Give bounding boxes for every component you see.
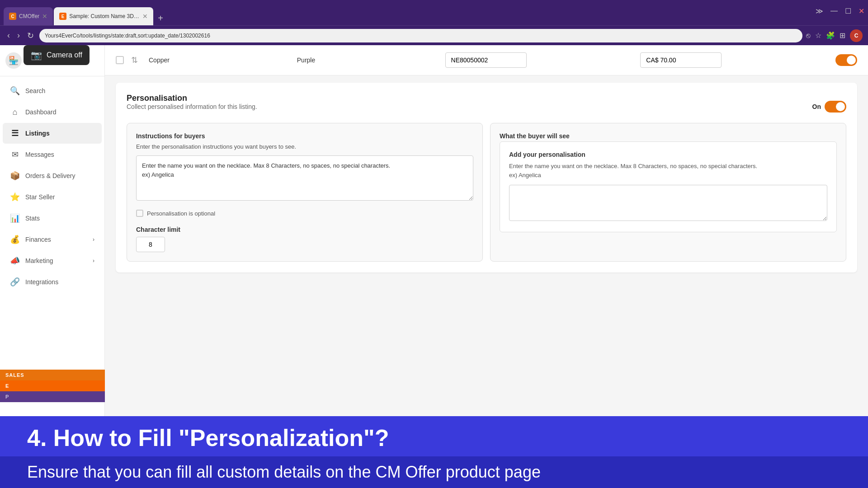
price-display: CA$ 70.00 [640,52,722,68]
maximize-button[interactable]: ☐ [845,7,851,15]
banner-bottom-text: Ensure that you can fill all custom deta… [27,463,841,482]
forward-button[interactable]: › [15,29,22,42]
material-value: Copper [149,56,170,64]
sidebar-item-label: Messages [25,151,54,158]
sales-bar: SALES [0,370,105,380]
camera-off-icon: 📷 [31,50,42,61]
personalisation-toggle-switch[interactable] [825,101,846,113]
banner-top-text: 4. How to Fill "Personalization"? [27,425,841,451]
char-limit-title: Character limit [136,226,473,233]
sidebar-item-dashboard[interactable]: ⌂ Dashboard [3,102,102,122]
sidebar-item-finances[interactable]: 💰 Finances › [3,229,102,250]
banner-bottom: Ensure that you can fill all custom deta… [0,456,868,488]
address-bar[interactable]: Yours4EverCo/tools/listings/state:draft,… [39,29,802,42]
overflow-button[interactable]: ≫ [816,7,823,15]
marketing-icon: 📣 [10,256,20,266]
preview-column-title: What the buyer will see [500,132,837,140]
back-button[interactable]: ‹ [5,29,12,42]
optional-checkbox-label: Personalisation is optional [147,210,215,217]
sidebar-item-listings[interactable]: ☰ Listings [3,123,102,144]
sidebar-bottom-bars: SALES E P [0,370,105,402]
table-row-section: ⇅ Copper Purple CA$ 70.00 [105,45,868,75]
minimize-button[interactable]: — [830,7,838,15]
tab-bar: C CMOffer ✕ E Sample: Custom Name 3D Jew… [4,0,167,25]
preview-column: What the buyer will see Add your persona… [490,123,846,262]
share-icon[interactable]: ⎋ [806,32,811,40]
camera-widget: 📷 Camera off [24,45,90,65]
character-limit-section: Character limit [136,226,473,252]
sidebar-item-label: Dashboard [25,108,57,116]
cmoffers-tab-label: CMOffer [19,13,39,19]
instructions-column-title: Instructions for buyers [136,132,473,140]
row-price: CA$ 70.00 [640,52,828,68]
sidebar-item-marketing[interactable]: 📣 Marketing › [3,250,102,271]
sidebar-item-label: Listings [25,130,50,137]
cmoffers-tab-close[interactable]: ✕ [42,13,47,20]
sidebar-item-orders[interactable]: 📦 Orders & Delivery [3,165,102,186]
section-header: Personalisation Collect personalised inf… [127,94,846,119]
personalisation-title: Personalisation [127,94,257,103]
row-toggle[interactable] [835,54,857,66]
dashboard-icon: ⌂ [10,107,20,117]
sidebar-item-messages[interactable]: ✉ Messages [3,144,102,165]
overlay-banner: 4. How to Fill "Personalization"? Ensure… [0,416,868,488]
address-bar-row: ‹ › ↻ Yours4EverCo/tools/listings/state:… [0,25,868,45]
preview-input[interactable] [509,185,827,221]
close-button[interactable]: ✕ [859,7,864,15]
personalisation-description: Collect personalised information for thi… [127,103,257,110]
sidebar-item-label: Stats [25,215,40,222]
instructions-column-label: Enter the personalisation instructions y… [136,143,473,150]
preview-box: Add your personalisation Enter the name … [500,141,837,232]
preview-add-label: Add your personalisation [509,151,827,158]
instructions-column: Instructions for buyers Enter the person… [127,123,483,262]
tab-cmoffers[interactable]: C CMOffer ✕ [4,7,53,25]
sidebar-item-label: Orders & Delivery [25,172,75,179]
address-bar-icons: ⎋ ☆ 🧩 ⊞ C [806,29,863,42]
color-value: Purple [297,56,315,64]
profile-icon[interactable]: ⊞ [840,31,845,40]
sidebar-item-integrations[interactable]: 🔗 Integrations [3,272,102,292]
extensions-icon[interactable]: 🧩 [826,31,835,40]
p-bar: P [0,391,105,402]
etsy-favicon: E [59,13,66,20]
listings-icon: ☰ [10,128,20,138]
optional-checkbox[interactable] [136,210,143,217]
address-text: Yours4EverCo/tools/listings/state:draft,… [45,33,210,39]
etsy-bar: E [0,380,105,391]
bookmark-icon[interactable]: ☆ [815,31,821,40]
etsy-bar-letter: E [5,383,9,389]
banner-top: 4. How to Fill "Personalization"? [0,416,868,456]
p-bar-letter: P [5,394,9,399]
tab-etsy[interactable]: E Sample: Custom Name 3D Jewel... ✕ [54,7,153,25]
integrations-icon: 🔗 [10,277,20,287]
starseller-icon: ⭐ [10,192,20,202]
add-tab-button[interactable]: + [154,11,167,25]
row-material: Copper [145,56,290,64]
personalisation-toggle-row: On [812,101,846,113]
orders-icon: 📦 [10,171,20,181]
stats-icon: 📊 [10,213,20,223]
sidebar-item-starseller[interactable]: ⭐ Star Seller [3,187,102,207]
user-avatar[interactable]: C [850,29,863,42]
row-sku [445,52,633,68]
reload-button[interactable]: ↻ [25,29,36,42]
finances-icon: 💰 [10,235,20,244]
cmoffers-favicon: C [9,13,16,20]
camera-off-label: Camera off [47,51,82,59]
etsy-tab-close[interactable]: ✕ [142,13,148,20]
instructions-textarea[interactable]: Enter the name you want on the necklace.… [136,155,473,201]
preview-text: Enter the name you want on the necklace.… [509,162,827,179]
sidebar-item-stats[interactable]: 📊 Stats [3,208,102,229]
finances-chevron-icon: › [93,236,94,243]
sku-input[interactable] [445,52,527,68]
row-checkbox[interactable] [116,56,124,64]
optional-checkbox-row: Personalisation is optional [136,210,473,217]
row-toggle-switch[interactable] [835,54,857,66]
drag-handle-icon[interactable]: ⇅ [131,55,138,65]
sidebar-item-label: Finances [25,236,51,243]
etsy-tab-label: Sample: Custom Name 3D Jewel... [69,13,140,19]
marketing-chevron-icon: › [93,258,94,264]
personalisation-toggle-label: On [812,103,821,110]
char-limit-input[interactable] [136,237,165,252]
sidebar-item-search[interactable]: 🔍 Search [3,80,102,101]
